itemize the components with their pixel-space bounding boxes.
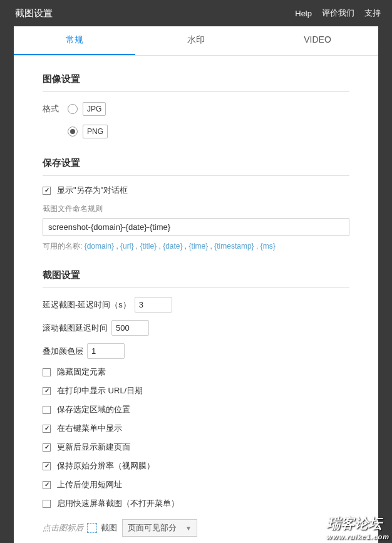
format-png-box[interactable]: PNG	[83, 125, 108, 138]
label-save-region: 保存选定区域的位置	[57, 404, 130, 415]
radio-jpg[interactable]	[68, 104, 78, 114]
checkbox-hide-fixed[interactable]	[43, 368, 51, 376]
token-time: {time}	[189, 242, 209, 251]
label-context-menu: 在右键菜单中显示	[57, 423, 122, 434]
screenshot-settings-heading: 截图设置	[43, 269, 349, 288]
scroll-delay-label: 滚动截图延迟时间	[43, 323, 108, 334]
token-url: {url}	[120, 242, 133, 251]
checkbox-show-new-page[interactable]	[43, 443, 51, 452]
label-retina: 保持原始分辨率（视网膜）	[57, 460, 155, 472]
delay-input[interactable]	[135, 297, 172, 313]
app-title: 截图设置	[15, 8, 53, 19]
overlay-label: 叠加颜色层	[43, 346, 83, 357]
label-show-url-date: 在打印中显示 URL/日期	[57, 385, 143, 396]
token-title: {title}	[140, 242, 157, 251]
chevron-down-icon: ▼	[185, 525, 192, 532]
capture-mode-value: 页面可见部分	[128, 522, 177, 534]
checkbox-save-as-label: 显示"另存为"对话框	[57, 185, 128, 196]
checkbox-save-region[interactable]	[43, 406, 51, 414]
label-short-url: 上传后使用短网址	[57, 479, 122, 490]
tab-video[interactable]: VIDEO	[257, 26, 378, 55]
support-link[interactable]: 支持	[364, 8, 381, 19]
help-link[interactable]: Help	[295, 9, 312, 18]
rate-us-link[interactable]: 评价我们	[322, 8, 354, 19]
click-icon-row: 点击图标后 截图 页面可见部分 ▼	[43, 519, 349, 537]
format-jpg-box[interactable]: JPG	[83, 102, 106, 116]
label-quick-capture: 启用快速屏幕截图（不打开菜单）	[57, 498, 179, 509]
capture-word: 截图	[101, 522, 117, 534]
radio-png[interactable]	[68, 127, 78, 137]
tabs-bar: 常规 水印 VIDEO	[14, 26, 378, 56]
checkbox-retina[interactable]	[43, 462, 51, 470]
tab-general[interactable]: 常规	[14, 26, 135, 55]
app-header: 截图设置 Help 评价我们 支持	[0, 0, 392, 26]
token-date: {date}	[163, 242, 182, 251]
capture-icon	[87, 523, 97, 533]
checkbox-show-url-date[interactable]	[43, 387, 51, 395]
scroll-delay-input[interactable]	[111, 320, 149, 336]
format-row-jpg: 格式 JPG	[43, 101, 349, 117]
format-label: 格式	[43, 103, 63, 115]
token-ms: {ms}	[260, 242, 276, 251]
checkbox-short-url[interactable]	[43, 481, 51, 489]
overlay-input[interactable]	[87, 343, 125, 359]
settings-content: 图像设置 格式 JPG PNG 保存设置 显示"另存为"对话框 截图文件命名规则…	[14, 56, 378, 543]
capture-mode-select[interactable]: 页面可见部分 ▼	[122, 519, 197, 537]
token-domain: {domain}	[85, 242, 114, 251]
save-settings-heading: 保存设置	[43, 157, 349, 176]
settings-panel: 常规 水印 VIDEO 图像设置 格式 JPG PNG 保存设置 显示"另存为"…	[14, 26, 378, 543]
image-settings-heading: 图像设置	[43, 73, 349, 92]
filename-rule-label: 截图文件命名规则	[43, 204, 349, 214]
delay-label: 延迟截图-延迟时间（s）	[43, 299, 131, 311]
click-icon-prefix: 点击图标后	[43, 522, 83, 534]
token-timestamp: {timestamp}	[214, 242, 254, 251]
checkbox-quick-capture[interactable]	[43, 500, 51, 508]
label-hide-fixed: 隐藏固定元素	[57, 366, 106, 378]
hint-prefix: 可用的名称:	[43, 242, 85, 251]
checkbox-save-as[interactable]	[43, 187, 51, 195]
checkbox-context-menu[interactable]	[43, 425, 51, 433]
filename-tokens-hint: 可用的名称: {domain} , {url} , {title} , {dat…	[43, 241, 349, 252]
label-show-new-page: 更新后显示新建页面	[57, 442, 130, 453]
filename-rule-input[interactable]	[43, 218, 349, 236]
format-row-png: PNG	[43, 123, 349, 140]
tab-watermark[interactable]: 水印	[135, 26, 257, 55]
